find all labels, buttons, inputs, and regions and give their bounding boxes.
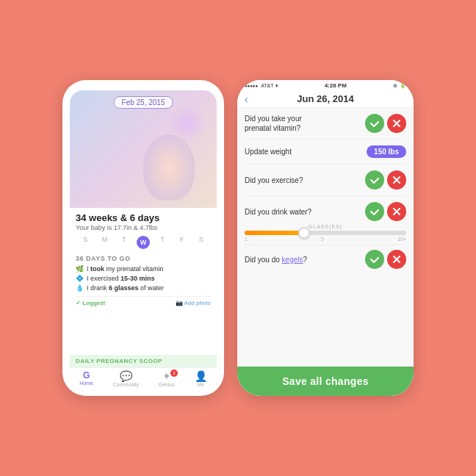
- vitamin-check-button[interactable]: [365, 114, 384, 133]
- check-icon-2: [369, 175, 380, 185]
- slider-label-5: 5: [321, 237, 324, 242]
- exercise-icon: 💠: [76, 275, 84, 282]
- vitamin-controls: [365, 114, 406, 133]
- kegel-question-row: Did you do kegels?: [245, 245, 406, 272]
- x-icon-2: [392, 175, 402, 185]
- nav-me-label: Me: [197, 382, 204, 387]
- right-header: ‹ Jun 26, 2014: [237, 90, 414, 108]
- location-icon: ⊕: [393, 83, 397, 89]
- kegel-x-button[interactable]: [387, 250, 406, 269]
- x-icon-4: [392, 254, 402, 264]
- week-title: 34 weeks & 6 days: [76, 212, 211, 223]
- slider-fill: [245, 231, 301, 235]
- left-screen: Feb 25, 2015 34 weeks & 6 days Your baby…: [70, 90, 217, 389]
- days-to-go: 36 DAYS TO GO: [76, 255, 211, 262]
- weight-question-row: Update weight 150 lbs: [245, 140, 406, 165]
- status-time: 4:28 PM: [325, 82, 347, 89]
- nav-me[interactable]: 👤 Me: [195, 371, 207, 387]
- water-icon: 💧: [76, 284, 84, 292]
- water-x-button[interactable]: [387, 202, 406, 221]
- right-phone: ●●●●● AT&T ▾ 4:28 PM ⊕ 🔋 ‹ Jun 26, 2014: [237, 80, 414, 396]
- day-row: S M T W T F S: [70, 233, 217, 252]
- water-slider[interactable]: [245, 231, 406, 235]
- vitamin-x-button[interactable]: [387, 114, 406, 133]
- water-controls: [365, 202, 406, 221]
- day-t1: T: [118, 236, 131, 249]
- tracker-vitamin-text: I took my prenatal vitamin: [87, 265, 164, 273]
- day-s1: S: [79, 236, 92, 249]
- genius-badge: 3: [170, 369, 178, 377]
- add-photo-button[interactable]: 📷 Add photo: [176, 300, 211, 306]
- exercise-check-button[interactable]: [365, 170, 384, 190]
- nav-genius-label: Genius: [159, 382, 175, 387]
- exercise-question-row: Did you exercise?: [245, 165, 406, 196]
- x-icon-3: [392, 206, 402, 217]
- header-date: Jun 26, 2014: [297, 93, 353, 104]
- daily-scoop-banner: DAILY PREGNANCY SCOOP: [70, 355, 217, 367]
- day-s2: S: [195, 236, 208, 249]
- check-icon: [369, 118, 380, 129]
- kegel-check-button[interactable]: [365, 250, 384, 269]
- nav-genius[interactable]: ✦ 3 Genius: [159, 371, 175, 387]
- logged-row: ✓ Logged! 📷 Add photo: [76, 296, 211, 306]
- exercise-x-button[interactable]: [387, 170, 406, 190]
- weight-controls: 150 lbs: [367, 145, 406, 158]
- vitamin-question-text: Did you take yourprenatal vitamin?: [245, 114, 365, 133]
- back-button[interactable]: ‹: [245, 93, 248, 105]
- nav-home-label: Home: [79, 381, 93, 386]
- slider-numbers: 1 5 10+: [245, 237, 406, 242]
- nav-home[interactable]: G Home: [79, 371, 93, 387]
- check-icon-4: [369, 254, 380, 264]
- week-subtitle: Your baby is 17.7in & 4.7lbs: [76, 224, 211, 231]
- status-left: ●●●●● AT&T ▾: [245, 83, 278, 89]
- tracker-vitamin: 🌿 I took my prenatal vitamin: [76, 265, 211, 273]
- exercise-controls: [365, 170, 406, 190]
- fetus-image: [143, 134, 195, 201]
- questions-list: Did you take yourprenatal vitamin?: [237, 108, 414, 367]
- glasses-label: GLASS(ES): [245, 224, 406, 229]
- right-screen: ●●●●● AT&T ▾ 4:28 PM ⊕ 🔋 ‹ Jun 26, 2014: [237, 80, 414, 396]
- vitamin-icon: 🌿: [76, 265, 84, 273]
- tracker-section: 36 DAYS TO GO 🌿 I took my prenatal vitam…: [70, 252, 217, 355]
- tracker-water-text: I drank 6 glasses of water: [87, 284, 164, 292]
- save-all-button[interactable]: Save all changes: [237, 367, 414, 396]
- nav-community-label: Community: [113, 382, 139, 387]
- bottom-nav: G Home 💬 Community ✦ 3 Genius 👤 Me: [70, 367, 217, 389]
- carrier-name: AT&T: [261, 83, 273, 88]
- status-right: ⊕ 🔋: [393, 83, 406, 89]
- kegel-question-text: Did you do kegels?: [245, 256, 307, 264]
- logged-label: ✓ Logged!: [76, 300, 106, 306]
- water-question-text: Did you drink water?: [245, 207, 365, 217]
- tracker-exercise: 💠 I exercised 15-30 mins: [76, 275, 211, 282]
- kegel-link[interactable]: kegels: [282, 256, 303, 264]
- me-icon: 👤: [195, 371, 207, 381]
- community-icon: 💬: [120, 371, 132, 381]
- slider-label-10: 10+: [397, 237, 406, 242]
- water-question-row: Did you drink water?: [245, 196, 406, 224]
- nav-community[interactable]: 💬 Community: [113, 371, 139, 387]
- week-info: 34 weeks & 6 days Your baby is 17.7in & …: [70, 208, 217, 233]
- check-icon-3: [369, 206, 380, 217]
- exercise-question-text: Did you exercise?: [245, 176, 365, 185]
- slider-label-1: 1: [245, 237, 248, 242]
- battery-icon: 🔋: [400, 83, 406, 89]
- hero-section: Feb 25, 2015: [70, 90, 217, 208]
- weight-question-text: Update weight: [245, 147, 367, 156]
- day-m: M: [98, 236, 111, 249]
- day-t2: T: [156, 236, 169, 249]
- weight-badge[interactable]: 150 lbs: [367, 145, 406, 158]
- day-f: F: [176, 236, 189, 249]
- slider-thumb[interactable]: [298, 227, 310, 239]
- vitamin-question-row: Did you take yourprenatal vitamin?: [245, 108, 406, 140]
- date-badge: Feb 25, 2015: [114, 96, 173, 109]
- left-phone: Feb 25, 2015 34 weeks & 6 days Your baby…: [62, 80, 224, 396]
- signal-indicator: ●●●●●: [245, 84, 258, 88]
- kegel-controls: [365, 250, 406, 269]
- day-w-active[interactable]: W: [137, 236, 150, 249]
- tracker-exercise-text: I exercised 15-30 mins: [87, 275, 155, 282]
- water-check-button[interactable]: [365, 202, 384, 221]
- wifi-icon: ▾: [275, 83, 278, 89]
- home-icon: G: [83, 371, 90, 380]
- status-bar: ●●●●● AT&T ▾ 4:28 PM ⊕ 🔋: [237, 80, 414, 90]
- tracker-water: 💧 I drank 6 glasses of water: [76, 284, 211, 292]
